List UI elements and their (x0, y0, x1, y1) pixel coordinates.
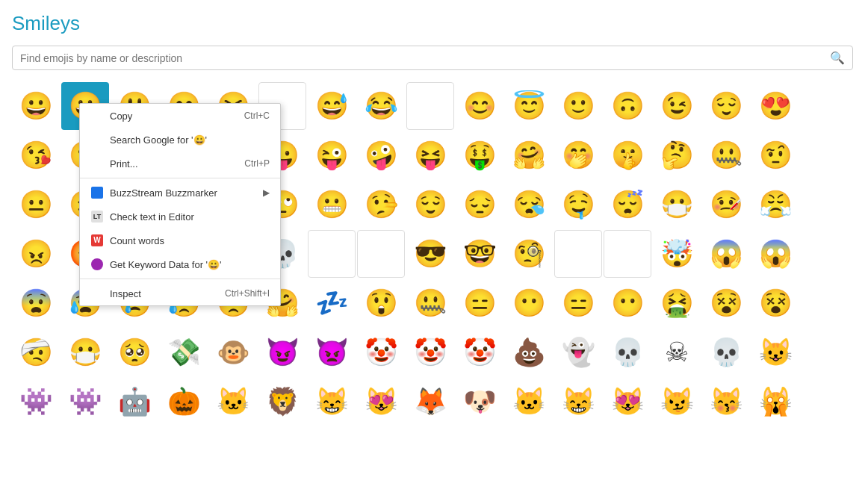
emoji-cell[interactable] (308, 230, 356, 278)
emoji-cell[interactable]: 😑 (554, 279, 602, 327)
emoji-cell[interactable]: 😅 (308, 82, 356, 130)
emoji-cell[interactable]: 🤑 (456, 131, 503, 179)
emoji-cell[interactable]: 😸 (308, 378, 356, 426)
emoji-cell[interactable]: 😘 (12, 131, 60, 179)
emoji-cell[interactable]: 🤮 (653, 279, 701, 327)
emoji-cell[interactable]: 🙃 (604, 82, 651, 130)
emoji-cell[interactable]: 🤡 (456, 329, 503, 376)
emoji-cell[interactable]: 🦁 (258, 378, 306, 426)
emoji-cell[interactable]: 😎 (406, 230, 454, 278)
emoji-cell[interactable]: 😉 (653, 82, 701, 130)
emoji-cell[interactable]: 💀 (702, 329, 750, 376)
emoji-cell[interactable]: 😬 (308, 181, 356, 228)
emoji-cell[interactable]: 😑 (456, 279, 503, 327)
emoji-cell[interactable]: 😸 (554, 378, 602, 426)
emoji-cell[interactable]: 🤭 (554, 131, 602, 179)
emoji-cell[interactable]: 🤔 (653, 131, 701, 179)
emoji-cell[interactable]: 💀 (604, 329, 651, 376)
emoji-cell[interactable]: 🤗 (505, 131, 553, 179)
emoji-cell[interactable]: 😻 (604, 378, 651, 426)
emoji-cell[interactable]: 🎃 (160, 378, 208, 426)
emoji-cell[interactable]: 😌 (702, 82, 750, 130)
emoji-cell[interactable] (357, 230, 405, 278)
context-menu-item-print[interactable]: Print...Ctrl+P (80, 152, 280, 175)
emoji-cell[interactable]: 😱 (751, 230, 799, 278)
context-menu-item-search-google[interactable]: Search Google for '😀' (80, 128, 280, 152)
emoji-cell[interactable]: 😨 (12, 279, 60, 327)
emoji-cell[interactable]: 😔 (456, 181, 503, 228)
emoji-cell[interactable]: 🙀 (751, 378, 799, 426)
emoji-cell[interactable]: 🤥 (357, 181, 405, 228)
emoji-cell[interactable]: 😱 (702, 230, 750, 278)
emoji-cell[interactable]: 🙂 (554, 82, 602, 130)
emoji-cell[interactable]: 😶 (604, 279, 651, 327)
emoji-cell[interactable]: 😽 (702, 378, 750, 426)
context-menu-item-inspect[interactable]: InspectCtrl+Shift+I (80, 281, 280, 305)
emoji-cell[interactable]: 👿 (308, 329, 356, 376)
emoji-cell[interactable]: 💤 (308, 279, 356, 327)
ctx-label-search-google: Search Google for '😀' (110, 134, 270, 146)
emoji-cell[interactable]: 🤯 (653, 230, 701, 278)
emoji-cell[interactable]: 🤖 (111, 378, 158, 426)
emoji-cell[interactable]: 😠 (12, 230, 60, 278)
emoji-cell[interactable]: 😍 (751, 82, 799, 130)
emoji-cell[interactable]: 🤒 (702, 181, 750, 228)
emoji-cell[interactable]: 😺 (751, 329, 799, 376)
context-menu-item-buzzstream[interactable]: BuzzStream Buzzmarker▶ (80, 181, 280, 205)
emoji-cell[interactable]: 😶 (505, 279, 553, 327)
emoji-cell[interactable]: 🤨 (751, 131, 799, 179)
emoji-cell[interactable]: 😜 (308, 131, 356, 179)
emoji-cell[interactable] (604, 230, 651, 278)
ctx-label-inspect: Inspect (110, 288, 219, 299)
page-title: Smileys (12, 12, 853, 35)
emoji-cell[interactable]: 😪 (505, 181, 553, 228)
search-input[interactable] (20, 52, 830, 64)
context-menu-item-keyword-data[interactable]: Get Keyword Data for '😀' (80, 252, 280, 276)
emoji-cell[interactable]: 🤓 (456, 230, 503, 278)
emoji-cell[interactable]: 🤐 (702, 131, 750, 179)
context-menu-item-check-text[interactable]: LTCheck text in Editor (80, 205, 280, 228)
emoji-cell[interactable]: 😌 (406, 181, 454, 228)
emoji-cell[interactable] (406, 82, 454, 130)
emoji-cell[interactable]: 😵 (751, 279, 799, 327)
emoji-cell[interactable]: 😷 (61, 329, 109, 376)
emoji-cell[interactable]: 🐱 (505, 378, 553, 426)
emoji-cell[interactable]: 😂 (357, 82, 405, 130)
emoji-cell[interactable]: 😷 (653, 181, 701, 228)
emoji-cell[interactable]: 🧐 (505, 230, 553, 278)
emoji-cell[interactable]: 🐵 (209, 329, 257, 376)
emoji-cell[interactable]: 😈 (258, 329, 306, 376)
emoji-cell[interactable]: 🤡 (406, 329, 454, 376)
emoji-cell[interactable]: 🐶 (456, 378, 503, 426)
emoji-cell[interactable]: 😐 (12, 181, 60, 228)
emoji-cell[interactable]: 🐱 (209, 378, 257, 426)
emoji-cell[interactable]: 🤤 (554, 181, 602, 228)
emoji-cell[interactable]: 🦊 (406, 378, 454, 426)
emoji-cell[interactable]: 💸 (160, 329, 208, 376)
context-menu-item-count-words[interactable]: WCount words (80, 228, 280, 252)
emoji-cell[interactable]: 😊 (456, 82, 503, 130)
emoji-cell[interactable]: 😲 (357, 279, 405, 327)
emoji-cell[interactable]: 🤐 (406, 279, 454, 327)
emoji-cell[interactable]: 😴 (604, 181, 651, 228)
emoji-cell[interactable]: 😇 (505, 82, 553, 130)
emoji-cell[interactable]: 😤 (751, 181, 799, 228)
emoji-cell[interactable]: 🤡 (357, 329, 405, 376)
emoji-cell[interactable]: 👻 (554, 329, 602, 376)
emoji-cell[interactable]: 😵 (702, 279, 750, 327)
emoji-cell[interactable]: 👾 (61, 378, 109, 426)
emoji-cell[interactable]: 🤫 (604, 131, 651, 179)
context-menu-item-copy[interactable]: CopyCtrl+C (80, 104, 280, 128)
emoji-cell[interactable]: 😀 (12, 82, 60, 130)
emoji-cell[interactable]: 💩 (505, 329, 553, 376)
emoji-cell[interactable]: 😼 (653, 378, 701, 426)
emoji-cell[interactable]: 👾 (12, 378, 60, 426)
emoji-cell[interactable]: 🤪 (357, 131, 405, 179)
emoji-cell[interactable]: 😻 (357, 378, 405, 426)
emoji-cell[interactable]: 🥺 (111, 329, 158, 376)
emoji-cell[interactable] (554, 230, 602, 278)
emoji-cell[interactable]: ☠ (653, 329, 701, 376)
emoji-cell[interactable]: 😝 (406, 131, 454, 179)
search-button[interactable]: 🔍 (830, 51, 845, 65)
emoji-cell[interactable]: 🤕 (12, 329, 60, 376)
